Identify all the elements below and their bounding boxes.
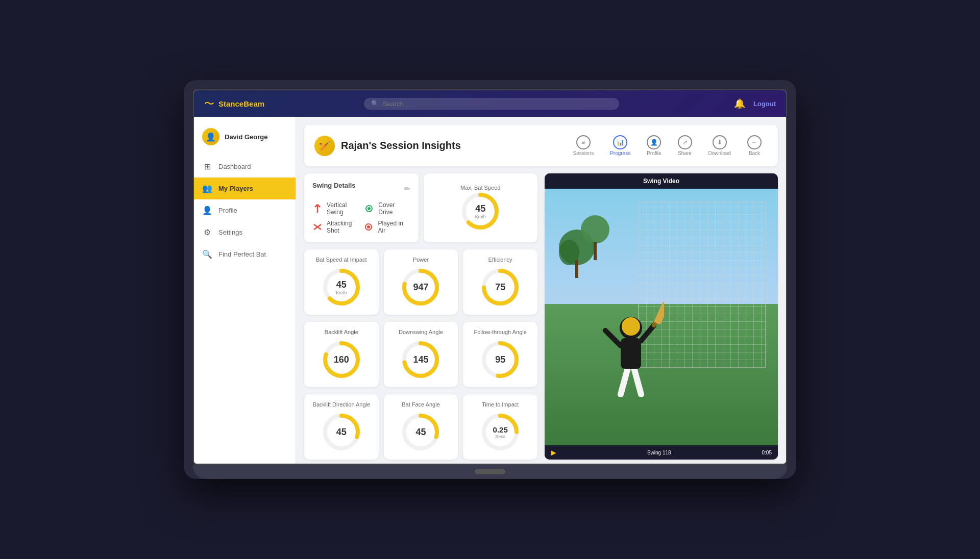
time-to-impact-card: Time to Impact 0.25 Secs: [463, 394, 537, 460]
progress-nav-button[interactable]: 📊 Progress: [604, 132, 636, 159]
video-panel: Swing Video: [545, 173, 778, 460]
user-info: 👤 David George: [194, 122, 296, 151]
search-bar[interactable]: 🔍: [364, 98, 619, 110]
bat-face-angle-card: Bat Face Angle 45: [384, 394, 458, 460]
sidebar-item-settings[interactable]: ⚙ Settings: [194, 221, 296, 243]
svg-point-8: [367, 225, 370, 228]
video-content: [545, 189, 778, 445]
efficiency-donut: 75: [480, 267, 521, 308]
download-nav-button[interactable]: ⬇ Download: [702, 132, 737, 159]
back-nav-button[interactable]: ← Back: [741, 132, 768, 159]
sidebar-item-my-players[interactable]: 👥 My Players: [194, 177, 296, 199]
played-in-air-icon: [363, 221, 374, 233]
metrics-row-2: Bat Speed at Impact 45 Km/h: [304, 249, 537, 315]
app-header: 〜 StanceBeam 🔍 🔔 Logout: [194, 90, 786, 117]
profile-nav-button[interactable]: 👤 Profile: [641, 132, 667, 159]
swing-tag-attacking: Attacking Shot: [312, 220, 359, 234]
efficiency-label: Efficiency: [488, 257, 512, 263]
backlift-angle-donut: 160: [321, 339, 362, 380]
player-figure: [603, 295, 664, 399]
followthrough-angle-label: Follow-through Angle: [474, 329, 526, 335]
svg-rect-31: [575, 260, 578, 278]
back-icon: ←: [747, 135, 762, 149]
edit-icon[interactable]: ✏: [404, 185, 410, 193]
user-icon: 👤: [202, 206, 212, 215]
metrics-row-4: Backlift Direction Angle 45: [304, 394, 537, 460]
backlift-direction-label: Backlift Direction Angle: [313, 401, 371, 408]
play-button[interactable]: ▶: [551, 448, 556, 456]
svg-line-35: [633, 366, 641, 394]
cover-drive-icon: [363, 203, 375, 214]
bat-speed-impact-card: Bat Speed at Impact 45 Km/h: [304, 249, 379, 315]
sidebar-item-dashboard[interactable]: ⊞ Dashboard: [194, 156, 296, 177]
power-donut: 947: [400, 267, 441, 308]
svg-rect-42: [654, 301, 664, 325]
video-controls: ▶ Swing 118 0:05: [545, 445, 778, 460]
backlift-angle-label: Backlift Angle: [325, 329, 358, 335]
swing-tags: Vertical Swing Cover Drive: [312, 201, 410, 234]
user-name: David George: [225, 133, 268, 141]
share-nav-button[interactable]: ↗ Share: [672, 132, 698, 159]
swing-tag-vertical: Vertical Swing: [312, 201, 359, 216]
backlift-direction-donut: 45: [321, 412, 362, 452]
download-icon: ⬇: [713, 135, 727, 149]
sidebar-item-find-bat[interactable]: 🔍 Find Perfect Bat: [194, 243, 296, 265]
swing-tag-played-air: Played in Air: [363, 220, 410, 234]
downswing-angle-card: Downswing Angle 145: [384, 322, 458, 387]
settings-icon: ⚙: [202, 227, 212, 237]
logo-text: StanceBeam: [218, 99, 264, 108]
logo-area: 〜 StanceBeam: [204, 97, 306, 111]
metrics-row-3: Backlift Angle 160: [304, 322, 537, 387]
video-time: 0:05: [762, 450, 772, 455]
logout-button[interactable]: Logout: [753, 100, 776, 108]
bat-speed-impact-label: Bat Speed at Impact: [316, 257, 367, 263]
sidebar: 👤 David George ⊞ Dashboard 👥 My Players …: [194, 117, 296, 464]
power-label: Power: [413, 257, 429, 263]
laptop-chin-notch: [475, 469, 505, 474]
svg-rect-33: [594, 242, 597, 260]
svg-point-32: [581, 215, 609, 244]
followthrough-angle-donut: 95: [480, 339, 521, 380]
downswing-angle-label: Downswing Angle: [399, 329, 443, 335]
swing-details-card: Swing Details ✏ Vertical Swing: [304, 173, 419, 242]
users-icon: 👥: [202, 184, 212, 193]
session-title-area: 🏏 Rajan's Session Insights: [314, 136, 461, 156]
power-card: Power 947: [384, 249, 458, 315]
session-title: Rajan's Session Insights: [341, 140, 461, 151]
row-1: Swing Details ✏ Vertical Swing: [304, 173, 537, 242]
swing-details-header: Swing Details ✏: [312, 182, 410, 195]
video-swing-label: Swing 118: [647, 450, 671, 455]
svg-rect-36: [621, 338, 641, 369]
time-to-impact-donut: 0.25 Secs: [480, 412, 521, 452]
bat-face-angle-donut: 45: [400, 412, 441, 452]
cricket-background: [545, 189, 778, 445]
svg-line-37: [605, 331, 621, 346]
main-content: 🏏 Rajan's Session Insights ≡ Sessions 📊 …: [296, 117, 786, 464]
swing-details-title: Swing Details: [312, 182, 356, 189]
profile-icon: 👤: [647, 135, 661, 149]
session-nav-icons: ≡ Sessions 📊 Progress 👤 Profile ↗: [567, 132, 768, 159]
sidebar-item-profile[interactable]: 👤 Profile: [194, 199, 296, 221]
max-bat-speed-label: Max. Bat Speed: [460, 185, 500, 191]
search-input[interactable]: [383, 100, 612, 108]
tree-mid: [580, 214, 610, 260]
notification-bell-icon[interactable]: 🔔: [734, 98, 745, 109]
app-body: 👤 David George ⊞ Dashboard 👥 My Players …: [194, 117, 786, 464]
avatar: 👤: [202, 128, 219, 145]
share-icon: ↗: [678, 135, 692, 149]
svg-line-34: [621, 366, 628, 394]
svg-point-40: [622, 317, 640, 336]
backlift-direction-card: Backlift Direction Angle 45: [304, 394, 379, 460]
svg-line-38: [641, 325, 654, 341]
downswing-angle-donut: 145: [400, 339, 441, 380]
session-header: 🏏 Rajan's Session Insights ≡ Sessions 📊 …: [304, 125, 778, 166]
sessions-icon: ≡: [576, 135, 591, 149]
backlift-angle-card: Backlift Angle 160: [304, 322, 379, 387]
dashboard-grid: Swing Details ✏ Vertical Swing: [304, 173, 778, 460]
vertical-swing-icon: [312, 203, 323, 214]
progress-icon: 📊: [613, 135, 627, 149]
sessions-nav-button[interactable]: ≡ Sessions: [567, 132, 600, 159]
svg-point-4: [368, 207, 371, 210]
video-title: Swing Video: [545, 173, 778, 189]
max-bat-speed-donut: 45 Km/h: [460, 191, 501, 232]
